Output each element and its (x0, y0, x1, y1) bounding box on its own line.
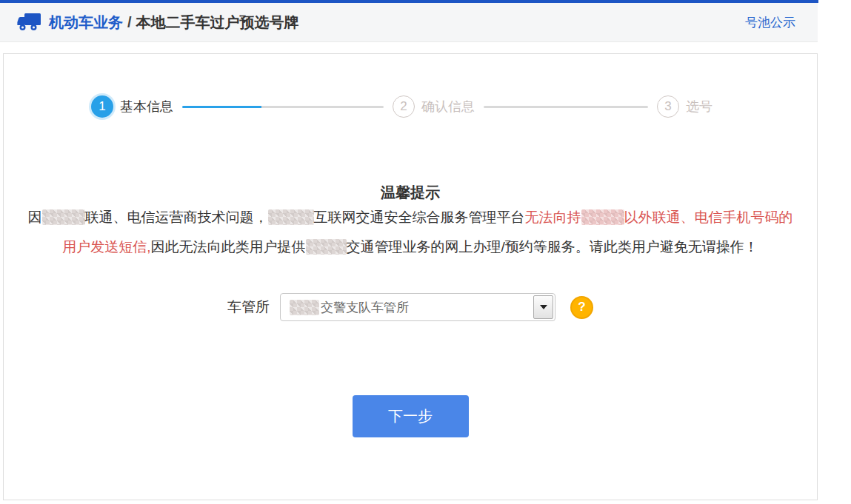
notice-text: 交通管理业务的网上办理/预约等服务。请此类用户避免无谓操作！ (347, 239, 758, 255)
vehicle-office-select[interactable]: 交警支队车管所 (280, 293, 555, 321)
redacted-text (268, 209, 314, 225)
office-value-text: 交警支队车管所 (321, 299, 409, 316)
step-3-circle: 3 (657, 95, 679, 118)
breadcrumb-page-title: 本地二手车过户预选号牌 (136, 14, 299, 30)
step-confirm-info: 2 确认信息 (393, 95, 475, 118)
redacted-text (306, 239, 347, 255)
notice-line-2: 用户发送短信,因此无法向此类用户提供交通管理业务的网上办理/预约等服务。请此类用… (4, 232, 817, 262)
help-icon[interactable]: ? (570, 296, 593, 319)
select-dropdown-arrow[interactable] (533, 295, 553, 319)
step-1-label: 基本信息 (120, 98, 173, 115)
notice-title: 温馨提示 (4, 183, 817, 203)
step-indicator: 1 基本信息 2 确认信息 3 选号 (4, 95, 817, 118)
notice-text: 互联网交通安全综合服务管理平台 (314, 209, 525, 225)
breadcrumb: 机动车业务/本地二手车过户预选号牌 (49, 13, 299, 33)
number-pool-link[interactable]: 号池公示 (745, 14, 795, 31)
notice-block: 温馨提示 因联通、电信运营商技术问题，互联网交通安全综合服务管理平台无法向持以外… (4, 183, 817, 262)
vehicle-office-selected-value: 交警支队车管所 (281, 299, 409, 316)
breadcrumb-section: 机动车业务 (49, 14, 123, 30)
step-2-label: 确认信息 (421, 98, 475, 115)
notice-warning-text: 以外联通、电信手机号码的 (624, 209, 793, 225)
step-3-label: 选号 (686, 98, 712, 115)
office-form-row: 车管所 交警支队车管所 ? (4, 293, 817, 321)
step-1-circle: 1 (91, 95, 113, 118)
notice-warning-text: 用户发送短信, (62, 239, 150, 255)
step-progress-line-2 (484, 106, 648, 108)
redacted-text (42, 209, 85, 225)
notice-text: 联通、电信运营商技术问题， (85, 209, 268, 225)
breadcrumb-separator: / (127, 14, 132, 30)
chevron-down-icon (540, 305, 547, 309)
notice-line-1: 因联通、电信运营商技术问题，互联网交通安全综合服务管理平台无法向持以外联通、电信… (4, 203, 817, 232)
truck-icon (16, 13, 41, 32)
redacted-text (290, 300, 319, 315)
button-row: 下一步 (4, 395, 817, 437)
notice-warning-text: 无法向持 (525, 209, 581, 225)
notice-text: 因 (28, 209, 42, 225)
page-header: 机动车业务/本地二手车过户预选号牌 号池公示 (0, 3, 818, 42)
step-progress-line-1 (182, 106, 384, 108)
redacted-text (581, 209, 624, 225)
step-select-number: 3 选号 (657, 95, 712, 118)
next-step-button[interactable]: 下一步 (353, 395, 469, 437)
step-2-circle: 2 (393, 95, 415, 118)
main-panel: 1 基本信息 2 确认信息 3 选号 温馨提示 因联通、电信运营商技术问题，互联… (3, 53, 818, 500)
step-basic-info: 1 基本信息 (91, 95, 173, 118)
notice-text: 因此无法向此类用户提供 (151, 239, 306, 255)
office-label: 车管所 (227, 298, 270, 317)
